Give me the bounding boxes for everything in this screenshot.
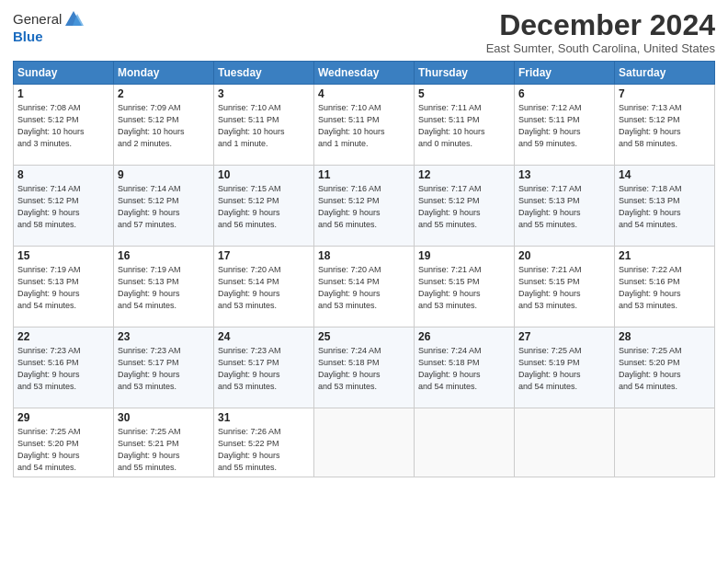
day-number: 22 [17, 330, 109, 343]
calendar-cell: 23Sunrise: 7:23 AMSunset: 5:17 PMDayligh… [114, 327, 214, 408]
day-number: 13 [518, 168, 610, 181]
weekday-header-wednesday: Wednesday [314, 62, 415, 85]
calendar-cell: 18Sunrise: 7:20 AMSunset: 5:14 PMDayligh… [314, 247, 415, 327]
weekday-header-sunday: Sunday [14, 62, 114, 85]
weekday-header-thursday: Thursday [415, 62, 515, 85]
calendar-cell: 29Sunrise: 7:25 AMSunset: 5:20 PMDayligh… [14, 408, 114, 477]
title-block: December 2024 East Sumter, South Carolin… [486, 9, 715, 55]
day-info: Sunrise: 7:10 AMSunset: 5:11 PMDaylight:… [318, 102, 410, 150]
day-number: 16 [118, 249, 210, 262]
calendar-cell [615, 408, 715, 477]
day-number: 20 [518, 249, 610, 262]
day-number: 27 [518, 330, 610, 343]
calendar-cell: 2Sunrise: 7:09 AMSunset: 5:12 PMDaylight… [114, 85, 214, 166]
day-info: Sunrise: 7:20 AMSunset: 5:14 PMDaylight:… [318, 264, 410, 312]
day-info: Sunrise: 7:14 AMSunset: 5:12 PMDaylight:… [118, 183, 210, 231]
calendar-cell: 19Sunrise: 7:21 AMSunset: 5:15 PMDayligh… [415, 247, 515, 327]
week-row-2: 8Sunrise: 7:14 AMSunset: 5:12 PMDaylight… [14, 166, 715, 247]
weekday-header-monday: Monday [114, 62, 214, 85]
day-number: 26 [418, 330, 510, 343]
calendar-cell: 4Sunrise: 7:10 AMSunset: 5:11 PMDaylight… [314, 85, 415, 166]
calendar-cell: 17Sunrise: 7:20 AMSunset: 5:14 PMDayligh… [214, 247, 314, 327]
day-number: 12 [418, 168, 510, 181]
day-info: Sunrise: 7:24 AMSunset: 5:18 PMDaylight:… [418, 345, 510, 393]
day-info: Sunrise: 7:25 AMSunset: 5:19 PMDaylight:… [518, 345, 610, 393]
weekday-header-tuesday: Tuesday [214, 62, 314, 85]
weekday-header-friday: Friday [515, 62, 615, 85]
calendar-cell: 9Sunrise: 7:14 AMSunset: 5:12 PMDaylight… [114, 166, 214, 247]
calendar-cell: 28Sunrise: 7:25 AMSunset: 5:20 PMDayligh… [615, 327, 715, 408]
day-info: Sunrise: 7:11 AMSunset: 5:11 PMDaylight:… [418, 102, 510, 150]
day-number: 8 [17, 168, 109, 181]
calendar-cell: 24Sunrise: 7:23 AMSunset: 5:17 PMDayligh… [214, 327, 314, 408]
calendar-cell: 3Sunrise: 7:10 AMSunset: 5:11 PMDaylight… [214, 85, 314, 166]
day-number: 5 [418, 87, 510, 100]
day-info: Sunrise: 7:08 AMSunset: 5:12 PMDaylight:… [17, 102, 109, 150]
day-info: Sunrise: 7:16 AMSunset: 5:12 PMDaylight:… [318, 183, 410, 231]
day-info: Sunrise: 7:25 AMSunset: 5:21 PMDaylight:… [118, 426, 210, 474]
day-number: 14 [619, 168, 711, 181]
day-number: 7 [619, 87, 711, 100]
day-number: 29 [17, 411, 109, 424]
calendar-cell: 1Sunrise: 7:08 AMSunset: 5:12 PMDaylight… [14, 85, 114, 166]
day-info: Sunrise: 7:15 AMSunset: 5:12 PMDaylight:… [218, 183, 310, 231]
day-number: 21 [619, 249, 711, 262]
day-info: Sunrise: 7:19 AMSunset: 5:13 PMDaylight:… [17, 264, 109, 312]
calendar-cell: 8Sunrise: 7:14 AMSunset: 5:12 PMDaylight… [14, 166, 114, 247]
day-info: Sunrise: 7:09 AMSunset: 5:12 PMDaylight:… [118, 102, 210, 150]
calendar-container: General Blue December 2024 East Sumter, … [0, 0, 728, 485]
calendar-cell [415, 408, 515, 477]
calendar-cell: 12Sunrise: 7:17 AMSunset: 5:12 PMDayligh… [415, 166, 515, 247]
calendar-cell: 5Sunrise: 7:11 AMSunset: 5:11 PMDaylight… [415, 85, 515, 166]
calendar-cell: 26Sunrise: 7:24 AMSunset: 5:18 PMDayligh… [415, 327, 515, 408]
day-info: Sunrise: 7:25 AMSunset: 5:20 PMDaylight:… [17, 426, 109, 474]
calendar-cell: 13Sunrise: 7:17 AMSunset: 5:13 PMDayligh… [515, 166, 615, 247]
logo: General Blue [13, 9, 84, 45]
location-title: East Sumter, South Carolina, United Stat… [486, 41, 715, 55]
day-number: 4 [318, 87, 410, 100]
day-info: Sunrise: 7:17 AMSunset: 5:13 PMDaylight:… [518, 183, 610, 231]
calendar-cell: 16Sunrise: 7:19 AMSunset: 5:13 PMDayligh… [114, 247, 214, 327]
day-number: 23 [118, 330, 210, 343]
day-number: 30 [118, 411, 210, 424]
calendar-cell: 10Sunrise: 7:15 AMSunset: 5:12 PMDayligh… [214, 166, 314, 247]
day-number: 31 [218, 411, 310, 424]
day-number: 2 [118, 87, 210, 100]
calendar-cell: 27Sunrise: 7:25 AMSunset: 5:19 PMDayligh… [515, 327, 615, 408]
day-number: 25 [318, 330, 410, 343]
calendar-cell: 11Sunrise: 7:16 AMSunset: 5:12 PMDayligh… [314, 166, 415, 247]
calendar-cell: 21Sunrise: 7:22 AMSunset: 5:16 PMDayligh… [615, 247, 715, 327]
day-info: Sunrise: 7:10 AMSunset: 5:11 PMDaylight:… [218, 102, 310, 150]
day-info: Sunrise: 7:22 AMSunset: 5:16 PMDaylight:… [619, 264, 711, 312]
week-row-1: 1Sunrise: 7:08 AMSunset: 5:12 PMDaylight… [14, 85, 715, 166]
day-info: Sunrise: 7:17 AMSunset: 5:12 PMDaylight:… [418, 183, 510, 231]
day-info: Sunrise: 7:23 AMSunset: 5:17 PMDaylight:… [218, 345, 310, 393]
day-number: 9 [118, 168, 210, 181]
calendar-cell: 31Sunrise: 7:26 AMSunset: 5:22 PMDayligh… [214, 408, 314, 477]
day-info: Sunrise: 7:21 AMSunset: 5:15 PMDaylight:… [518, 264, 610, 312]
calendar-cell: 22Sunrise: 7:23 AMSunset: 5:16 PMDayligh… [14, 327, 114, 408]
calendar-cell [314, 408, 415, 477]
day-info: Sunrise: 7:14 AMSunset: 5:12 PMDaylight:… [17, 183, 109, 231]
calendar-cell: 20Sunrise: 7:21 AMSunset: 5:15 PMDayligh… [515, 247, 615, 327]
day-info: Sunrise: 7:23 AMSunset: 5:16 PMDaylight:… [17, 345, 109, 393]
calendar-cell [515, 408, 615, 477]
day-number: 19 [418, 249, 510, 262]
day-number: 24 [218, 330, 310, 343]
week-row-3: 15Sunrise: 7:19 AMSunset: 5:13 PMDayligh… [14, 247, 715, 327]
day-info: Sunrise: 7:19 AMSunset: 5:13 PMDaylight:… [118, 264, 210, 312]
calendar-cell: 30Sunrise: 7:25 AMSunset: 5:21 PMDayligh… [114, 408, 214, 477]
day-info: Sunrise: 7:21 AMSunset: 5:15 PMDaylight:… [418, 264, 510, 312]
day-info: Sunrise: 7:25 AMSunset: 5:20 PMDaylight:… [619, 345, 711, 393]
weekday-header-saturday: Saturday [615, 62, 715, 85]
day-number: 17 [218, 249, 310, 262]
calendar-cell: 15Sunrise: 7:19 AMSunset: 5:13 PMDayligh… [14, 247, 114, 327]
logo-general: General [13, 12, 62, 28]
calendar-cell: 25Sunrise: 7:24 AMSunset: 5:18 PMDayligh… [314, 327, 415, 408]
logo-blue: Blue [13, 29, 43, 45]
header-row: General Blue December 2024 East Sumter, … [13, 9, 715, 55]
day-number: 15 [17, 249, 109, 262]
weekday-header-row: SundayMondayTuesdayWednesdayThursdayFrid… [14, 62, 715, 85]
month-title: December 2024 [486, 9, 715, 41]
day-number: 28 [619, 330, 711, 343]
